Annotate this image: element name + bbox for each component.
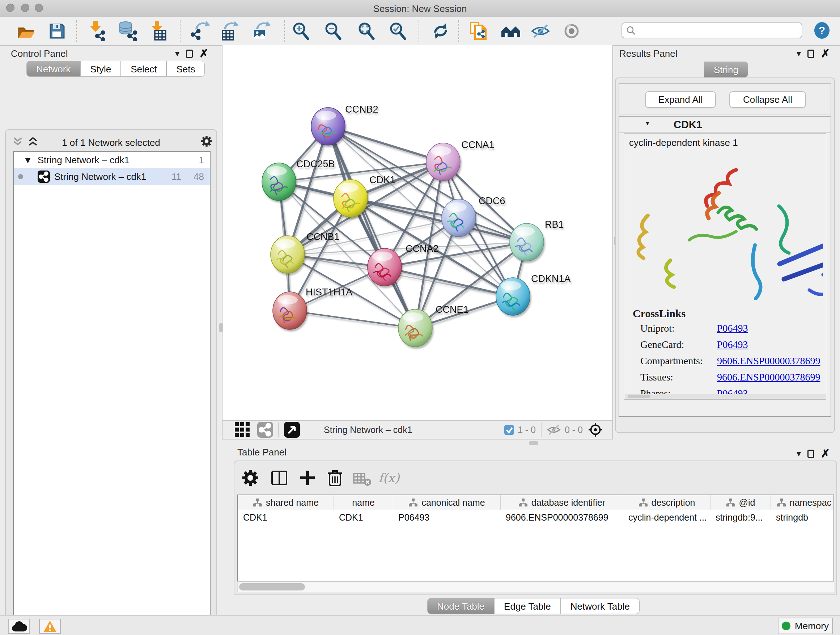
network-node-hist1h1a[interactable]: HIST1H1A	[273, 287, 352, 329]
network-edge	[328, 126, 443, 162]
table-cell[interactable]: CDK1	[334, 510, 393, 524]
refresh-view-icon[interactable]	[431, 21, 451, 41]
zoom-selected-icon[interactable]	[388, 21, 409, 41]
delete-column-icon[interactable]	[325, 468, 345, 488]
import-network-database-icon[interactable]	[119, 21, 139, 41]
export-network-icon[interactable]	[191, 21, 211, 41]
memory-button[interactable]: Memory	[778, 618, 833, 634]
import-network-file-icon[interactable]	[88, 21, 108, 41]
delete-table-icon	[352, 468, 373, 488]
crosslink-link[interactable]: 9606.ENSP00000378699	[717, 355, 820, 366]
open-session-icon[interactable]	[16, 21, 36, 41]
table-options-gear-icon[interactable]	[240, 468, 261, 488]
first-neighbors-icon[interactable]	[501, 21, 521, 41]
network-node-rb1[interactable]: RB1	[510, 219, 564, 261]
scrollbar-thumb[interactable]	[239, 583, 305, 591]
toolbar-separator	[458, 20, 459, 42]
network-node-cdkn1a[interactable]: CDKN1A	[496, 273, 571, 315]
new-network-from-selection-icon[interactable]	[469, 21, 489, 41]
zoom-out-icon[interactable]	[324, 21, 344, 41]
tab-string[interactable]: String	[704, 62, 748, 78]
network-canvas[interactable]: CCNB2 CCNA1 CDC25B CDK1 CDC6 RB1 CCNB1 C…	[222, 45, 613, 420]
app-window: Session: New Session ? Control Panel ▾ ✗…	[0, 0, 840, 635]
collapse-panel-icon[interactable]: ▾	[175, 49, 180, 58]
toolbar-separator	[180, 20, 180, 42]
node-result-header[interactable]: ▼ CDK1	[619, 117, 831, 133]
collapse-entry-icon[interactable]: ▼	[645, 120, 651, 127]
cloud-button[interactable]	[8, 619, 30, 634]
tree-expander-icon[interactable]: ▼	[23, 155, 33, 166]
column-header-name[interactable]: name	[334, 495, 393, 510]
crosslink-link[interactable]: 9606.ENSP00000378699	[717, 371, 820, 383]
column-header-description[interactable]: description	[623, 495, 711, 510]
close-panel-icon[interactable]: ✗	[821, 48, 830, 59]
selected-checkbox-icon[interactable]	[504, 425, 514, 435]
tab-sets[interactable]: Sets	[166, 61, 205, 77]
search-input[interactable]	[639, 25, 802, 36]
table-cell[interactable]: stringdb:9...	[711, 510, 771, 524]
grid-view-icon[interactable]	[235, 422, 250, 437]
close-panel-icon[interactable]: ✗	[199, 48, 208, 59]
results-panel-tabs: String	[704, 62, 748, 78]
collapse-panel-icon[interactable]: ▾	[797, 49, 801, 58]
network-options-gear-icon[interactable]	[200, 134, 213, 148]
warning-button[interactable]	[39, 619, 61, 634]
network-node-ccne1[interactable]: CCNE1	[398, 304, 469, 347]
network-row-selected[interactable]: String Network – cdk1 11 48	[14, 168, 210, 185]
column-header--id[interactable]: @id	[711, 495, 771, 510]
table-cell[interactable]: CDK1	[238, 510, 334, 524]
table-cell[interactable]: cyclin-dependent ...	[623, 510, 711, 524]
table-cell[interactable]: stringdb	[771, 510, 834, 524]
tab-select[interactable]: Select	[121, 61, 166, 77]
tab-style[interactable]: Style	[80, 61, 121, 77]
table-cell[interactable]: P06493	[393, 510, 501, 524]
table-hscrollbar[interactable]	[237, 581, 834, 592]
fit-selected-crosshair-icon[interactable]	[588, 422, 603, 437]
network-node-ccna1[interactable]: CCNA1	[426, 139, 494, 181]
column-header-database-identifier[interactable]: database identifier	[501, 495, 623, 510]
show-columns-icon[interactable]	[269, 468, 289, 488]
tab-node-table[interactable]: Node Table	[427, 598, 494, 614]
tab-network[interactable]: Network	[27, 61, 80, 77]
show-graphics-details-icon[interactable]	[561, 21, 582, 41]
node-table[interactable]: shared namenamecanonical namedatabase id…	[237, 494, 834, 581]
crosslink-link[interactable]: P06493	[717, 323, 748, 334]
tab-network-table[interactable]: Network Table	[561, 598, 639, 614]
float-panel-icon[interactable]	[807, 450, 814, 458]
zoom-in-icon[interactable]	[291, 21, 311, 41]
collapse-all-button[interactable]: Collapse All	[729, 91, 806, 108]
float-panel-icon[interactable]	[807, 50, 814, 58]
string-network-badge-icon	[38, 171, 50, 183]
node-label: CDC25B	[296, 158, 335, 169]
export-image-icon[interactable]	[252, 21, 272, 41]
table-cell[interactable]: 9606.ENSP00000378699	[501, 510, 623, 524]
network-style-icon[interactable]	[257, 422, 273, 438]
column-header-canonical-name[interactable]: canonical name	[393, 495, 501, 510]
node-label: CCNA2	[406, 243, 439, 254]
hide-selected-icon[interactable]	[531, 21, 551, 41]
node-result-content: cyclin-dependent kinase 1 CrossLinks Uni…	[624, 133, 826, 400]
network-tab-content: 1 of 1 Network selected ▼ String Network…	[5, 129, 217, 629]
birdseye-view-icon[interactable]	[284, 422, 300, 438]
expand-all-button[interactable]: Expand All	[645, 91, 716, 108]
hidden-eye-icon[interactable]	[546, 424, 561, 436]
node-table-container: f(x) shared namenamecanonical namedataba…	[234, 461, 837, 595]
vertical-splitter-handle[interactable]	[219, 323, 223, 333]
column-header-namespac[interactable]: namespac	[771, 495, 834, 510]
table-row[interactable]: CDK1CDK1P064939606.ENSP00000378699cyclin…	[238, 510, 834, 524]
close-panel-icon[interactable]: ✗	[821, 448, 830, 459]
import-table-file-icon[interactable]	[148, 21, 168, 41]
save-session-icon[interactable]	[47, 21, 67, 41]
create-column-icon[interactable]	[297, 468, 317, 488]
results-hscrollbar[interactable]	[625, 394, 826, 399]
collapse-panel-icon[interactable]: ▾	[797, 449, 801, 458]
tab-edge-table[interactable]: Edge Table	[494, 598, 561, 614]
help-button[interactable]: ?	[813, 22, 831, 39]
zoom-fit-icon[interactable]	[357, 21, 377, 41]
edge-count: 48	[194, 171, 204, 182]
network-collection-row[interactable]: ▼ String Network – cdk1 1	[14, 152, 210, 168]
float-panel-icon[interactable]	[186, 50, 193, 58]
crosslink-link[interactable]: P06493	[717, 339, 748, 350]
column-header-shared-name[interactable]: shared name	[238, 495, 334, 510]
export-table-icon[interactable]	[219, 21, 240, 41]
